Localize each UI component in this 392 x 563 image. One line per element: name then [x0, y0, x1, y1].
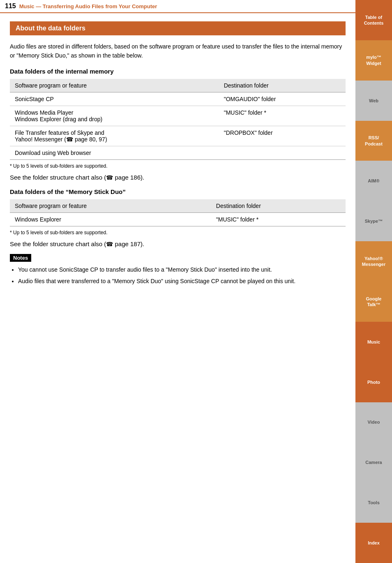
table1-col2: Destination folder: [219, 79, 346, 92]
table-cell-software: Windows Media PlayerWindows Explorer (dr…: [10, 106, 219, 126]
table2-heading: Data folders of the “Memory Stick Duo”: [10, 188, 346, 195]
intro-text: Audio files are stored in different fold…: [10, 42, 346, 60]
sidebar-item-index[interactable]: Index: [355, 523, 392, 563]
sidebar-item-camera[interactable]: Camera: [355, 442, 392, 482]
sidebar-item-music[interactable]: Music: [355, 322, 392, 362]
sidebar-item-video[interactable]: Video: [355, 402, 392, 443]
header-bar: 115 Music — Transferring Audio Files fro…: [0, 0, 392, 13]
list-item: You cannot use SonicStage CP to transfer…: [18, 265, 346, 274]
table-cell-destination: "MUSIC" folder *: [219, 106, 346, 126]
table-row: Windows Explorer"MUSIC" folder *: [10, 212, 346, 226]
table-cell-software: Windows Explorer: [10, 212, 211, 226]
table2: Software program or feature Destination …: [10, 199, 346, 226]
table-cell-software: SonicStage CP: [10, 92, 219, 106]
sidebar-item-photo[interactable]: Photo: [355, 362, 392, 402]
table-cell-software: File Transfer features of Skype andYahoo…: [10, 126, 219, 146]
notes-label: Notes: [10, 254, 31, 262]
sidebar-item-yahoo[interactable]: Yahoo!®Messenger: [355, 241, 392, 282]
sidebar-item-google[interactable]: GoogleTalk™: [355, 282, 392, 322]
page-number: 115: [5, 2, 16, 10]
list-item: Audio files that were transferred to a "…: [18, 277, 346, 286]
sidebar-item-skype[interactable]: Skype™: [355, 201, 392, 241]
sidebar-item-web[interactable]: Web: [355, 81, 392, 121]
sidebar-item-table-of-contents[interactable]: Table ofContents: [355, 0, 392, 40]
table2-col2: Destination folder: [211, 199, 346, 213]
table2-footnote: * Up to 5 levels of sub-folders are supp…: [10, 230, 346, 235]
table1-see-also: See the folder structure chart also ( pa…: [10, 174, 346, 181]
notes-box: Notes You cannot use SonicStage CP to tr…: [10, 254, 346, 286]
sidebar: Table ofContentsmylo™WidgetWebRSS/Podcas…: [355, 0, 392, 563]
table-cell-destination: "OMGAUDIO" folder: [219, 92, 346, 106]
sidebar-item-tools[interactable]: Tools: [355, 482, 392, 523]
table1-col1: Software program or feature: [10, 79, 219, 92]
sidebar-item-rss[interactable]: RSS/Podcast: [355, 121, 392, 161]
table1: Software program or feature Destination …: [10, 79, 346, 160]
notes-list: You cannot use SonicStage CP to transfer…: [10, 265, 346, 286]
table1-footnote: * Up to 5 levels of sub-folders are supp…: [10, 163, 346, 169]
table2-col1: Software program or feature: [10, 199, 211, 213]
table-cell-destination: "DROPBOX" folder: [219, 126, 346, 146]
table-row: SonicStage CP"OMGAUDIO" folder: [10, 92, 346, 106]
table-row: File Transfer features of Skype andYahoo…: [10, 126, 346, 146]
header-title: Music — Transferring Audio Files from Yo…: [19, 3, 157, 9]
section-heading: About the data folders: [10, 21, 346, 35]
table2-see-also: See the folder structure chart also ( pa…: [10, 240, 346, 247]
table-cell-destination: [219, 146, 346, 159]
table-cell-software: Download using Web browser: [10, 146, 219, 159]
sidebar-item-aim[interactable]: AIM®: [355, 161, 392, 201]
table1-heading: Data folders of the internal memory: [10, 68, 346, 75]
table-row: Windows Media PlayerWindows Explorer (dr…: [10, 106, 346, 126]
table-row: Download using Web browser: [10, 146, 346, 159]
sidebar-item-mylo[interactable]: mylo™Widget: [355, 40, 392, 81]
main-content: About the data folders Audio files are s…: [0, 13, 355, 298]
table-cell-destination: "MUSIC" folder *: [211, 212, 346, 226]
